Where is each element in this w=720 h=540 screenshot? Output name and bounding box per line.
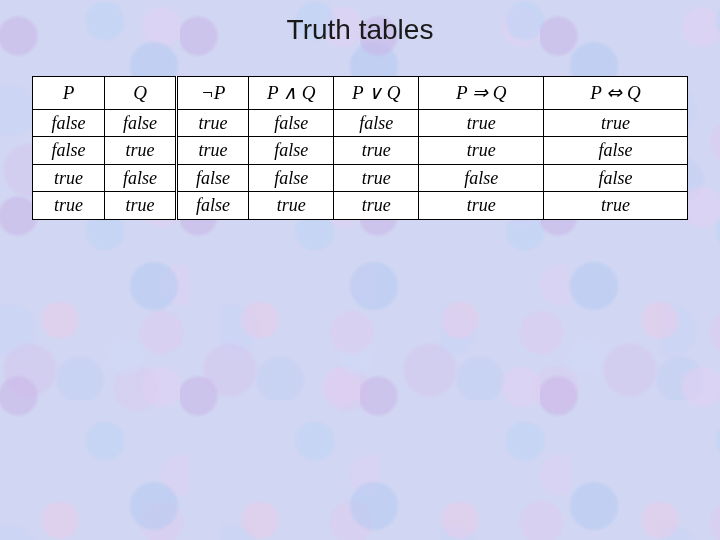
cell-p-and-q: false — [249, 137, 334, 165]
cell-not-p: true — [177, 109, 249, 137]
cell-p: false — [33, 137, 105, 165]
col-header-p-iff-q: P ⇔ Q — [543, 77, 687, 110]
table-header-row: P Q ¬P P ∧ Q P ∨ Q P ⇒ Q P ⇔ Q — [33, 77, 688, 110]
cell-p-and-q: false — [249, 164, 334, 192]
cell-p-imp-q: true — [419, 192, 543, 220]
cell-p-or-q: true — [334, 164, 419, 192]
cell-p-imp-q: true — [419, 137, 543, 165]
truth-table-container: P Q ¬P P ∧ Q P ∨ Q P ⇒ Q P ⇔ Q false fal… — [32, 76, 688, 220]
cell-p-iff-q: true — [543, 109, 687, 137]
cell-q: true — [105, 137, 177, 165]
page-title: Truth tables — [0, 14, 720, 46]
col-header-p-imp-q: P ⇒ Q — [419, 77, 543, 110]
table-row: true false false false true false false — [33, 164, 688, 192]
cell-not-p: true — [177, 137, 249, 165]
cell-p-iff-q: true — [543, 192, 687, 220]
cell-p-or-q: true — [334, 137, 419, 165]
cell-q: false — [105, 109, 177, 137]
cell-p-iff-q: false — [543, 137, 687, 165]
cell-p-iff-q: false — [543, 164, 687, 192]
cell-p-or-q: false — [334, 109, 419, 137]
col-header-not-p: ¬P — [177, 77, 249, 110]
truth-table: P Q ¬P P ∧ Q P ∨ Q P ⇒ Q P ⇔ Q false fal… — [32, 76, 688, 220]
cell-p-imp-q: false — [419, 164, 543, 192]
cell-not-p: false — [177, 192, 249, 220]
col-header-q: Q — [105, 77, 177, 110]
col-header-p: P — [33, 77, 105, 110]
cell-p: false — [33, 109, 105, 137]
cell-q: false — [105, 164, 177, 192]
cell-p-or-q: true — [334, 192, 419, 220]
cell-not-p: false — [177, 164, 249, 192]
cell-p-and-q: true — [249, 192, 334, 220]
cell-p-and-q: false — [249, 109, 334, 137]
col-header-p-and-q: P ∧ Q — [249, 77, 334, 110]
col-header-p-or-q: P ∨ Q — [334, 77, 419, 110]
cell-p-imp-q: true — [419, 109, 543, 137]
table-row: false true true false true true false — [33, 137, 688, 165]
table-row: false false true false false true true — [33, 109, 688, 137]
cell-q: true — [105, 192, 177, 220]
table-row: true true false true true true true — [33, 192, 688, 220]
cell-p: true — [33, 192, 105, 220]
cell-p: true — [33, 164, 105, 192]
